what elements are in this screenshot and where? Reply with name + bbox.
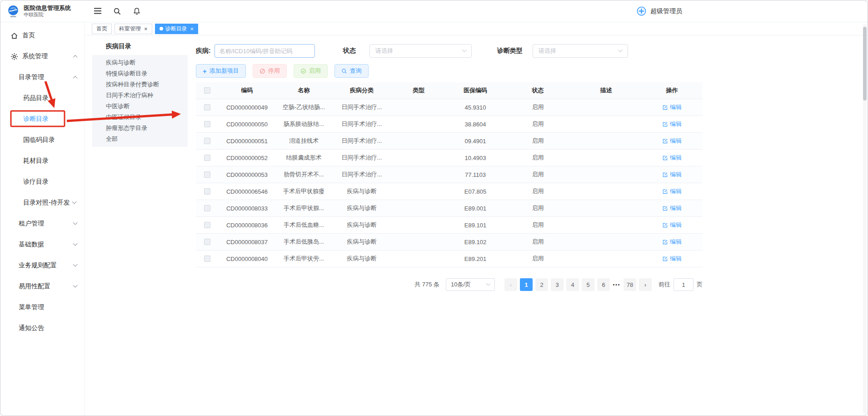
disease-search-input[interactable] (215, 44, 315, 58)
sidebar-item-usability-config[interactable]: 易用性配置 (0, 276, 84, 297)
sidebar-item-label: 基础数据 (19, 241, 44, 249)
row-checkbox[interactable] (204, 222, 210, 228)
edit-button[interactable]: 编辑 (662, 154, 682, 162)
prev-page-button[interactable]: ‹ (504, 278, 517, 291)
sidebar-item-national-code-catalog[interactable]: 国临码目录 (0, 130, 84, 150)
row-checkbox[interactable] (204, 104, 210, 110)
catalog-item[interactable]: 肿瘤形态学目录 (92, 123, 188, 134)
edit-icon (662, 189, 668, 195)
add-item-button[interactable]: + 添加新项目 (196, 64, 246, 78)
more-pages-icon[interactable]: ••• (611, 282, 622, 287)
sidebar-item-label: 业务规则配置 (19, 261, 57, 270)
sidebar-item-tenant-mgmt[interactable]: 租户管理 (0, 213, 84, 234)
page-button[interactable]: 2 (535, 278, 548, 291)
name-cell: 泪道挂线术 (275, 133, 332, 149)
page-button[interactable]: 3 (551, 278, 564, 291)
row-checkbox[interactable] (204, 138, 210, 144)
catalog-item[interactable]: 特慢病诊断目录 (92, 68, 188, 79)
edit-button[interactable]: 编辑 (662, 238, 682, 246)
type-cell (391, 166, 446, 183)
enable-button[interactable]: 启用 (294, 64, 328, 78)
close-icon[interactable]: × (144, 26, 148, 32)
bell-icon[interactable] (133, 7, 141, 15)
disable-button[interactable]: 停用 (253, 64, 287, 78)
table-header-row: 编码 名称 疾病分类 类型 医保编码 状态 描述 操作 (196, 82, 703, 99)
catalog-item[interactable]: 中医证候目录 (92, 112, 188, 123)
edit-button[interactable]: 编辑 (662, 103, 682, 111)
select-all-cell (196, 82, 219, 99)
select-all-checkbox[interactable] (204, 87, 210, 94)
edit-button[interactable]: 编辑 (662, 221, 682, 229)
code-cell: CD0000008036 (219, 217, 275, 233)
query-button[interactable]: 查询 (334, 64, 369, 78)
scrollbar-thumb[interactable] (863, 27, 867, 100)
row-checkbox[interactable] (204, 256, 210, 262)
status-filter-label: 状态 (343, 47, 356, 55)
page-size-select[interactable]: 10条/页 (446, 278, 495, 291)
status-select[interactable]: 请选择 (369, 44, 472, 58)
sidebar-item-notice[interactable]: 通知公告 (0, 318, 84, 339)
edit-button[interactable]: 编辑 (662, 255, 682, 263)
sidebar-item-label: 易用性配置 (19, 282, 50, 291)
select-placeholder: 请选择 (375, 47, 393, 55)
last-page-button[interactable]: 78 (624, 278, 636, 291)
sidebar-item-consumable-catalog[interactable]: 耗材目录 (0, 150, 84, 171)
page-size-value: 10条/页 (451, 281, 471, 289)
search-icon[interactable] (113, 7, 121, 15)
row-checkbox[interactable] (204, 188, 210, 195)
sidebar-item-label: 首页 (22, 31, 35, 40)
code-cell: CD0000008033 (219, 200, 275, 216)
category-cell: 日间手术治疗... (332, 133, 391, 149)
goto-page-input[interactable] (673, 278, 693, 291)
catalog-item[interactable]: 日间手术治疗病种 (92, 90, 188, 101)
tab-diagnosis-catalog[interactable]: 诊断目录 × (155, 24, 199, 34)
edit-button[interactable]: 编辑 (662, 204, 682, 212)
row-checkbox[interactable] (204, 155, 210, 161)
main-content: 疾病: 状态 请选择 诊断类型 请选择 + 添加新项目 (196, 44, 703, 291)
brand: 医院信息管理系统 中联医院 (0, 5, 85, 18)
edit-button[interactable]: 编辑 (662, 137, 682, 145)
page-button[interactable]: 4 (566, 278, 579, 291)
sidebar-item-home[interactable]: 首页 (0, 25, 84, 46)
catalog-item[interactable]: 疾病与诊断 (92, 57, 188, 68)
catalog-item[interactable]: 全部 (92, 134, 188, 145)
sidebar-item-system[interactable]: 系统管理 (0, 46, 84, 67)
user-menu[interactable]: 超级管理员 (636, 6, 682, 16)
table-row: CD0000000050 肠系膜动脉结... 日间手术治疗... 38.8604… (196, 116, 703, 133)
row-checkbox[interactable] (204, 171, 210, 178)
sidebar-item-base-data[interactable]: 基础数据 (0, 234, 84, 255)
sidebar-item-diagnosis-catalog[interactable]: 诊断目录 (0, 109, 84, 130)
close-icon[interactable]: × (190, 26, 194, 32)
sidebar-item-catalog-mgmt[interactable]: 目录管理 (0, 67, 84, 88)
row-checkbox[interactable] (204, 205, 210, 211)
page-button[interactable]: 6 (597, 278, 610, 291)
sidebar-item-label: 目录对照-待开发 (23, 199, 70, 207)
catalog-item[interactable]: 按病种目录付费诊断 (92, 79, 188, 90)
type-cell (391, 133, 446, 149)
sidebar-item-drug-catalog[interactable]: 药品目录 (0, 88, 84, 109)
sidebar-item-treatment-catalog[interactable]: 诊疗目录 (0, 171, 84, 192)
edit-button[interactable]: 编辑 (662, 120, 682, 128)
tab-home[interactable]: 首页 (92, 24, 112, 34)
sidebar-item-catalog-mapping[interactable]: 目录对照-待开发 (0, 192, 84, 213)
chevron-down-icon (73, 220, 78, 225)
page-button[interactable]: 1 (520, 278, 533, 291)
ban-icon (259, 68, 265, 74)
edit-button[interactable]: 编辑 (662, 170, 682, 179)
tab-department-mgmt[interactable]: 科室管理 × (115, 24, 152, 34)
sidebar-item-business-rules[interactable]: 业务规则配置 (0, 255, 84, 276)
row-checkbox[interactable] (204, 239, 210, 245)
code-cell: CD0000000052 (219, 150, 275, 166)
insurance-code-cell: E89.101 (446, 217, 505, 233)
sidebar-item-menu-mgmt[interactable]: 菜单管理 (0, 297, 84, 318)
row-checkbox[interactable] (204, 121, 210, 127)
code-cell: CD0000008040 (219, 251, 275, 267)
edit-button[interactable]: 编辑 (662, 187, 682, 195)
diagnosis-type-select[interactable]: 请选择 (533, 44, 628, 58)
page-button[interactable]: 5 (582, 278, 594, 291)
category-cell: 疾病与诊断 (332, 200, 391, 216)
vertical-scrollbar[interactable] (863, 24, 867, 414)
next-page-button[interactable]: › (639, 278, 652, 291)
catalog-item[interactable]: 中医诊断 (92, 101, 188, 112)
collapse-menu-icon[interactable] (94, 7, 102, 15)
